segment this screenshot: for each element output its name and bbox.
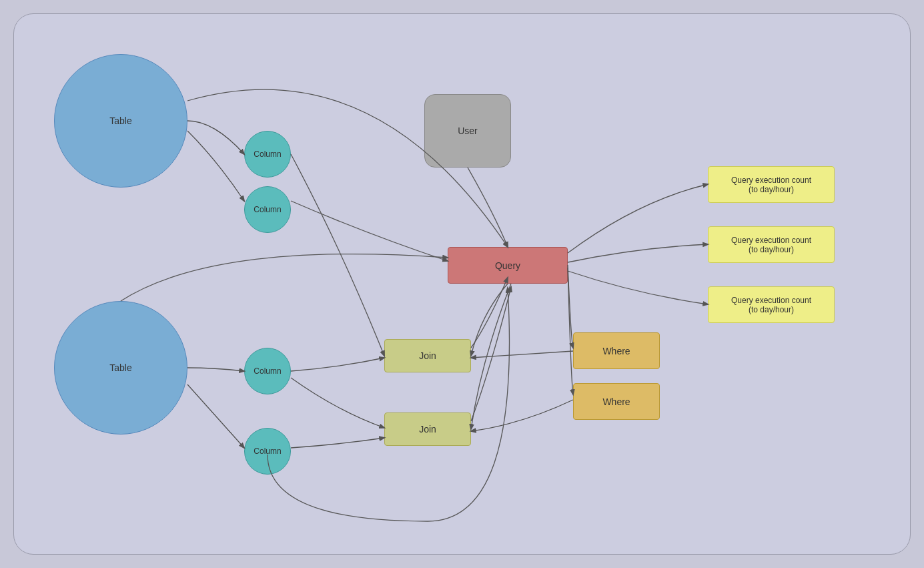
where2-label: Where — [602, 396, 630, 407]
user-label: User — [458, 125, 478, 136]
col1-node[interactable]: Column — [244, 131, 291, 178]
col4-label: Column — [254, 447, 281, 456]
where2-node[interactable]: Where — [573, 383, 660, 420]
col1-label: Column — [254, 150, 281, 159]
diagram-canvas: Table Table Column Column Column Column … — [13, 13, 911, 555]
user-node[interactable]: User — [424, 94, 511, 168]
join1-label: Join — [419, 350, 436, 361]
col2-node[interactable]: Column — [244, 186, 291, 233]
table2-node[interactable]: Table — [54, 301, 187, 435]
join2-label: Join — [419, 424, 436, 435]
col4-node[interactable]: Column — [244, 428, 291, 475]
qec3-node[interactable]: Query execution count(to day/hour) — [708, 286, 835, 323]
query-node[interactable]: Query — [448, 247, 568, 284]
query-label: Query — [495, 260, 520, 271]
join1-node[interactable]: Join — [384, 339, 471, 372]
table1-label: Table — [109, 115, 131, 126]
qec1-node[interactable]: Query execution count(to day/hour) — [708, 166, 835, 203]
col3-label: Column — [254, 366, 281, 376]
join2-node[interactable]: Join — [384, 412, 471, 446]
qec2-label: Query execution count(to day/hour) — [731, 236, 811, 254]
table2-label: Table — [109, 362, 131, 373]
where1-node[interactable]: Where — [573, 332, 660, 369]
where1-label: Where — [602, 346, 630, 356]
col2-label: Column — [254, 205, 281, 214]
qec3-label: Query execution count(to day/hour) — [731, 296, 811, 314]
col3-node[interactable]: Column — [244, 348, 291, 394]
qec2-node[interactable]: Query execution count(to day/hour) — [708, 226, 835, 263]
qec1-label: Query execution count(to day/hour) — [731, 176, 811, 194]
table1-node[interactable]: Table — [54, 54, 187, 188]
